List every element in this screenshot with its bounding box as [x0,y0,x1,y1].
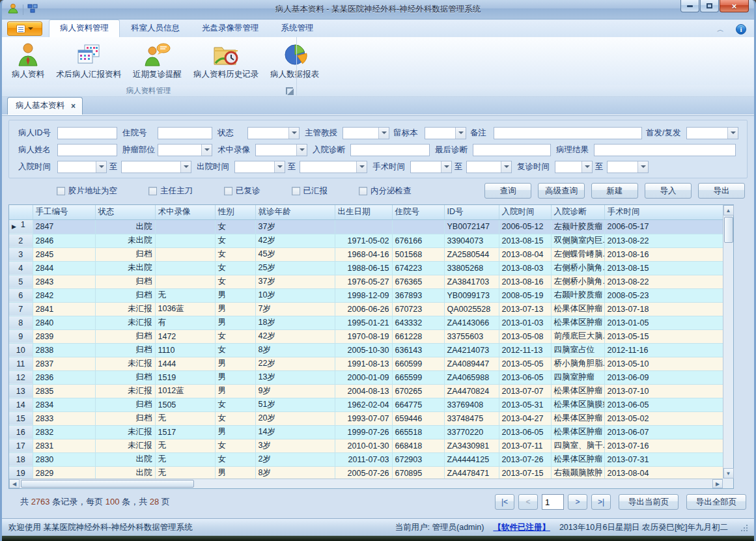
病人ID号-input[interactable] [57,127,117,139]
combo-text[interactable] [256,145,296,156]
table-row[interactable]: 62842归档无男10岁1998-12-09367893YB0099173200… [9,288,724,302]
入院时间-combo[interactable] [57,161,107,173]
prev-page-button[interactable]: < [518,494,538,510]
column-header-手术时间[interactable]: 手术时间 [604,205,724,219]
checkbox-box-icon[interactable] [292,187,300,195]
row-marker[interactable]: 13 [9,384,33,398]
checkbox-3[interactable]: 已复诊 [224,186,260,197]
combo-text[interactable] [687,128,727,139]
row-marker[interactable]: 11 [9,357,33,370]
ribbon-button-3[interactable]: 近期复诊提醒 [127,40,188,85]
row-marker[interactable]: 9 [9,329,33,343]
maximize-button[interactable] [700,0,719,12]
column-header-术中录像[interactable]: 术中录像 [155,205,215,219]
software-registered-link[interactable]: 【软件已注册】 [493,522,550,533]
入院诊断-input[interactable] [350,144,430,156]
table-row[interactable]: 162832未汇报1517男14岁1999-07-266655183377022… [9,425,724,439]
action-button-2[interactable]: 高级查询 [538,183,585,199]
column-header-就诊年龄[interactable]: 就诊年龄 [255,205,335,219]
table-row[interactable]: 72841未汇报1036蓝男7岁2006-06-26670723QA002552… [9,302,724,316]
至-combo[interactable] [607,161,649,173]
ribbon-button-1[interactable]: 病人资料 [6,40,50,85]
combo-dropdown-icon[interactable] [378,128,389,139]
table-row[interactable]: 182830出院无女2岁2011-07-03672903ZA4444125201… [9,452,724,466]
至-combo[interactable] [466,161,512,173]
combo-text[interactable] [411,161,441,173]
首发/复发-combo[interactable] [686,127,738,139]
export-current-page-button[interactable]: 导出当前页 [619,494,679,510]
last-page-button[interactable]: >| [591,494,611,510]
app-menu-button[interactable] [7,21,42,36]
page-number-input[interactable] [542,494,564,510]
状态-combo[interactable] [247,127,300,139]
row-marker[interactable]: 17 [9,439,33,452]
checkbox-1[interactable]: 胶片地址为空 [57,186,117,197]
vertical-scroll-thumb[interactable] [724,217,733,243]
scroll-down-icon[interactable]: ▼ [723,468,734,479]
table-row[interactable]: 42844未出院女25岁1988-06-15674223338052682013… [9,261,724,275]
row-marker[interactable]: 2 [9,234,33,247]
column-header-状态[interactable]: 状态 [95,205,155,219]
ribbon-button-2[interactable]: 术后病人汇报资料 [50,40,127,85]
checkbox-box-icon[interactable] [359,187,367,195]
table-row[interactable]: 32845归档女45岁1968-04-16501568ZA25805442013… [9,247,724,261]
row-marker[interactable]: 6 [9,288,33,302]
combo-text[interactable] [467,161,501,173]
table-row[interactable]: 82840未汇报有男18岁1995-01-21643332ZA414306620… [9,316,724,329]
app-logo-user-icon[interactable] [7,3,19,17]
collapse-ribbon-icon[interactable]: ︿ [717,26,724,33]
至-combo[interactable] [121,161,191,173]
combo-dropdown-icon[interactable] [441,161,451,173]
checkbox-box-icon[interactable] [57,187,65,195]
row-marker[interactable]: 12 [9,370,33,384]
action-button-4[interactable]: 导入 [645,183,692,199]
row-marker[interactable]: 18 [9,452,33,466]
combo-dropdown-icon[interactable] [727,128,738,139]
combo-dropdown-icon[interactable] [356,161,367,173]
术中录像-combo[interactable] [255,144,307,156]
close-button[interactable]: × [720,0,749,12]
combo-dropdown-icon[interactable] [288,128,299,139]
checkbox-box-icon[interactable] [148,187,157,195]
ribbon-tab-3[interactable]: 光盘录像带管理 [191,20,270,37]
action-button-3[interactable]: 新建 [591,183,638,199]
combo-text[interactable] [425,128,455,139]
row-marker[interactable]: 16 [9,425,33,439]
column-header-手工编号[interactable]: 手工编号 [33,205,95,219]
table-row[interactable]: 92839归档1472女42岁1970-08-19661228337556032… [9,329,724,343]
病人姓名-input[interactable] [57,144,117,156]
row-marker[interactable]: 15 [9,411,33,425]
row-marker[interactable]: 4 [9,261,33,275]
ribbon-tab-4[interactable]: 系统管理 [270,20,325,37]
action-button-5[interactable]: 导出 [698,183,745,199]
row-marker[interactable]: 7 [9,302,33,316]
combo-dropdown-icon[interactable] [274,161,285,173]
ribbon-button-4[interactable]: 病人资料历史记录 [188,40,264,85]
combo-text[interactable] [300,161,356,173]
column-header-性别[interactable]: 性别 [215,205,255,219]
table-row[interactable]: 132835未汇报1012蓝男9岁2004-08-13670265ZA44708… [9,384,724,398]
combo-text[interactable] [343,128,378,139]
table-row[interactable]: ▶12847出院女37岁YB00721472006-05-12左额叶胶质瘤200… [9,219,724,234]
table-row[interactable]: 112837未汇报1444男22岁1991-08-13660599ZA40894… [9,357,724,370]
住院号-input[interactable] [158,127,212,139]
checkbox-2[interactable]: 主任主刀 [148,186,193,197]
group-dialog-launcher-icon[interactable] [286,87,293,94]
ribbon-button-5[interactable]: 病人数据报表 [264,40,325,85]
combo-text[interactable] [235,161,274,173]
combo-text[interactable] [608,161,637,173]
table-row[interactable]: 122836归档1519男13岁2000-01-09665599ZA406598… [9,370,724,384]
horizontal-scrollbar[interactable]: ◀ ▶ [9,479,723,488]
checkbox-5[interactable]: 内分泌检查 [359,186,412,197]
vertical-scrollbar[interactable]: ▲ ▼ [723,205,733,479]
info-icon[interactable]: i [736,24,746,35]
combo-text[interactable] [158,145,201,156]
minimize-button[interactable] [680,0,699,12]
手术时间-combo[interactable] [410,161,452,173]
column-header-住院号[interactable]: 住院号 [392,205,444,219]
出院时间-combo[interactable] [234,161,285,173]
resize-grip[interactable] [740,523,748,531]
combo-dropdown-icon[interactable] [455,128,466,139]
row-marker[interactable]: 8 [9,316,33,329]
row-marker[interactable]: 10 [9,343,33,357]
